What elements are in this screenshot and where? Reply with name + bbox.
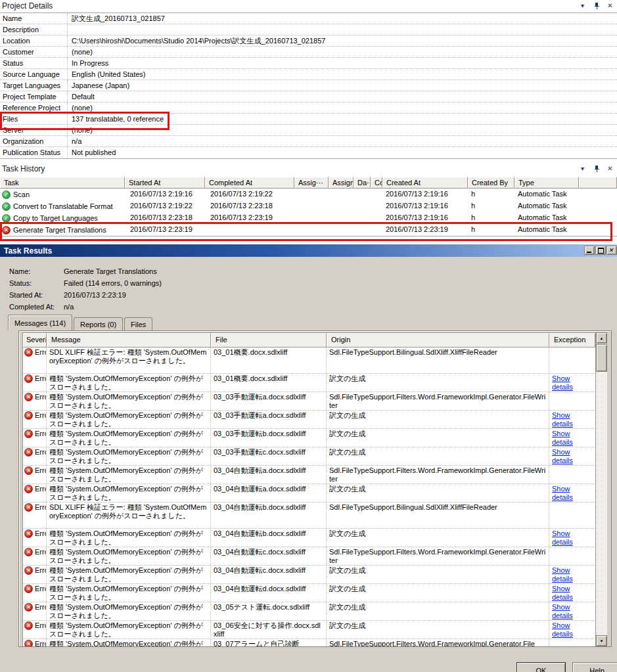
task-success-icon [2,214,11,223]
info-label: Name: [9,266,64,278]
column-header[interactable]: Started At [125,177,205,189]
task-results-window: Task Results ✕ Name: Generate Target Tra… [0,244,617,672]
close-icon[interactable]: ✕ [606,1,614,10]
type-cell: Automatic Task [514,189,617,200]
vertical-scrollbar[interactable]: ▲ ▼ [596,332,607,646]
scrollbar-thumb[interactable] [596,344,607,372]
message-row[interactable]: Error 種類 'System.OutOfMemoryException' の… [23,566,595,584]
task-history-row[interactable]: Convert to Translatable Format 2016/07/1… [0,200,617,212]
show-details-link[interactable]: Show details [552,448,573,464]
task-history-rows: Scan 2016/07/13 2:19:16 2016/07/13 2:19:… [0,189,617,236]
exception-cell: Show details [549,584,595,602]
column-header[interactable]: Assign⋯ [329,177,354,189]
type-cell: Automatic Task [514,200,617,212]
message-row[interactable]: Error 種類 'System.OutOfMemoryException' の… [23,466,595,484]
show-details-link[interactable]: Show details [552,485,573,501]
help-button[interactable]: Help [572,662,617,672]
message-row[interactable]: Error 種類 'System.OutOfMemoryException' の… [23,602,595,621]
severity-cell: Error [23,466,47,483]
show-details-link[interactable]: Show details [552,603,573,619]
exception-cell [549,347,595,373]
scroll-up-button[interactable]: ▲ [596,332,607,344]
message-row[interactable]: Error 種類 'System.OutOfMemoryException' の… [23,374,595,392]
column-header[interactable]: Message [47,333,211,347]
severity-label: Error [35,529,47,538]
show-details-link[interactable]: Show details [552,585,573,601]
error-icon [24,348,33,357]
field-value: C:\Users\hiroshi\Documents\Studio 2014\P… [68,35,617,46]
message-row[interactable]: Error 種類 'System.OutOfMemoryException' の… [23,392,595,411]
column-header[interactable]: Assig⋯ [294,177,329,189]
show-details-link[interactable]: Show details [552,430,573,446]
severity-cell: Error [23,639,47,647]
tab[interactable]: Reports (0) [74,317,123,330]
tab[interactable]: Messages (114) [8,315,72,330]
chevron-down-icon[interactable]: ▾ [578,164,587,173]
message-row[interactable]: Error 種類 'System.OutOfMemoryException' の… [23,639,595,647]
ok-button[interactable]: OK [516,662,566,672]
file-cell: 03_04自動運転c.docx.sdlxliff [211,566,327,583]
close-icon[interactable]: ✕ [606,164,614,173]
message-row[interactable]: Error 種類 'System.OutOfMemoryException' の… [23,411,595,429]
column-header[interactable]: Severity [23,333,47,347]
close-icon: ✕ [608,246,614,254]
window-title: Task Results [4,246,52,256]
messages-header-row: Severity Message File Origin Exception [23,333,595,347]
message-cell: 種類 'System.OutOfMemoryException' の例外がスロー… [47,429,211,447]
field-value: n/a [68,136,617,146]
message-row[interactable]: Error 種類 'System.OutOfMemoryException' の… [23,447,595,466]
exception-cell: Show details [549,484,595,502]
column-header[interactable]: Completed At [205,177,294,189]
error-icon [24,374,33,383]
column-header[interactable]: Type [514,177,579,189]
created-at-cell: 2016/07/13 2:19:16 [382,189,468,200]
message-row[interactable]: Error 種類 'System.OutOfMemoryException' の… [23,484,595,503]
message-row[interactable]: Error 種類 'System.OutOfMemoryException' の… [23,621,595,639]
message-row[interactable]: Error 種類 'System.OutOfMemoryException' の… [23,584,595,602]
message-row[interactable]: Error 種類 'System.OutOfMemoryException' の… [23,529,595,547]
message-row[interactable]: Error 種類 'System.OutOfMemoryException' の… [23,547,595,566]
task-cell: Copy to Target Languages [0,212,125,224]
pin-icon[interactable] [592,1,601,10]
column-header[interactable]: Created By [468,177,514,189]
created-at-cell: 2016/07/13 2:23:19 [382,224,468,236]
scroll-down-button[interactable]: ▼ [596,635,607,646]
severity-label: Error [35,621,47,630]
tab[interactable]: Files [124,317,152,330]
show-details-link[interactable]: Show details [552,374,573,391]
column-header[interactable]: Created At [382,177,468,189]
project-detail-row: Files 137 translatable, 0 reference [0,114,617,125]
message-cell: 種類 'System.OutOfMemoryException' の例外がスロー… [47,411,211,428]
info-row: Started At: 2016/07/13 2:23:19 [0,290,394,302]
column-header[interactable]: Task [0,177,125,189]
message-cell: SDL XLIFF 検証エラー: 種類 'System.OutOfMemoryE… [47,503,211,528]
field-label: Description [0,24,68,35]
column-header[interactable]: File [211,333,327,347]
task-history-row[interactable]: Copy to Target Languages 2016/07/13 2:23… [0,212,617,224]
field-value: 訳文生成_20160713_021857 [68,13,617,24]
show-details-link[interactable]: Show details [552,566,573,583]
column-header[interactable]: Da⋯ [354,177,371,189]
origin-cell: 訳文の生成 [327,621,549,638]
column-header[interactable]: Exception [549,333,595,347]
show-details-link[interactable]: Show details [552,411,573,428]
maximize-icon [598,248,604,254]
maximize-button[interactable] [595,246,606,255]
field-value: 137 translatable, 0 reference [68,114,617,124]
task-history-row[interactable]: Generate Target Translations 2016/07/13 … [0,224,617,236]
close-button[interactable]: ✕ [606,246,617,255]
origin-cell: 訳文の生成 [327,374,549,392]
minimize-button[interactable] [584,246,595,255]
column-header[interactable]: Origin [327,333,549,347]
column-header[interactable]: Co [371,177,382,189]
info-label: Status: [9,278,64,290]
chevron-down-icon[interactable]: ▾ [578,1,587,10]
message-row[interactable]: Error 種類 'System.OutOfMemoryException' の… [23,429,595,447]
show-details-link[interactable]: Show details [552,621,573,638]
message-row[interactable]: Error SDL XLIFF 検証エラー: 種類 'System.OutOfM… [23,503,595,529]
show-details-link[interactable]: Show details [552,529,573,546]
pin-icon[interactable] [592,164,601,173]
message-row[interactable]: Error SDL XLIFF 検証エラー: 種類 'System.OutOfM… [23,347,595,374]
type-cell: Automatic Task [514,212,617,224]
task-history-row[interactable]: Scan 2016/07/13 2:19:16 2016/07/13 2:19:… [0,189,617,200]
